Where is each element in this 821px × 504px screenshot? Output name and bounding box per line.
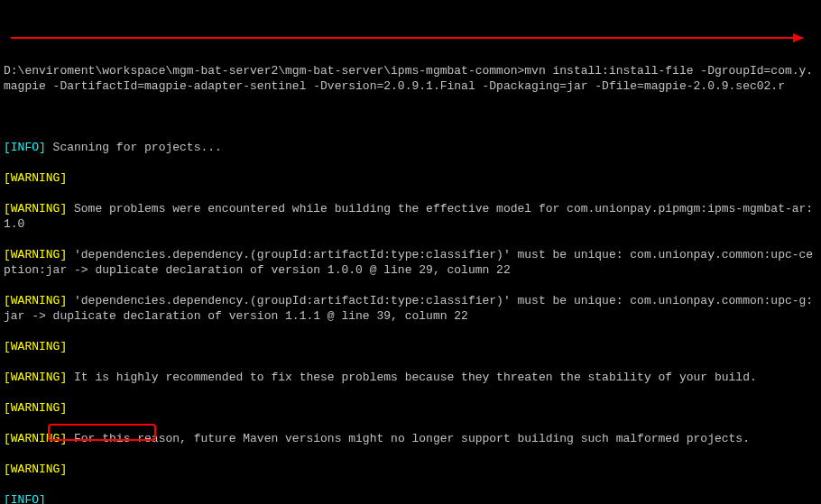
warn-tag: [WARNING]: [4, 202, 67, 215]
log-line: [WARNING]: [4, 400, 817, 416]
warn-tag: [WARNING]: [4, 294, 67, 307]
log-text: 'dependencies.dependency.(groupId:artifa…: [4, 294, 813, 323]
prompt: D:\enviroment\workspace\mgm-bat-server2\…: [4, 64, 524, 78]
log-line: [WARNING]: [4, 170, 817, 186]
log-line: [INFO]: [4, 492, 817, 504]
info-tag: [INFO]: [4, 141, 46, 154]
warn-tag: [WARNING]: [4, 371, 67, 384]
log-line: [WARNING] It is highly recommended to fi…: [4, 370, 817, 385]
log-line: [WARNING]: [4, 462, 817, 477]
info-tag: [INFO]: [4, 493, 46, 504]
log-text: Some problems were encountered while bui…: [4, 202, 813, 231]
log-text: Scanning for projects...: [46, 141, 222, 154]
log-text: 'dependencies.dependency.(groupId:artifa…: [4, 248, 813, 277]
log-line: [WARNING] Some problems were encountered…: [4, 201, 817, 232]
log-text: It is highly recommended to fix these pr…: [67, 371, 757, 384]
log-line: [WARNING]: [4, 339, 817, 354]
log-line: [WARNING] 'dependencies.dependency.(grou…: [4, 247, 817, 278]
log-line: [WARNING] For this reason, future Maven …: [4, 431, 817, 446]
log-line: [INFO] Scanning for projects...: [4, 140, 817, 155]
annotation-arrow: [11, 37, 803, 39]
warn-tag: [WARNING]: [4, 463, 67, 476]
warn-tag: [WARNING]: [4, 432, 67, 445]
warn-tag: [WARNING]: [4, 171, 67, 185]
command-line[interactable]: D:\enviroment\workspace\mgm-bat-server2\…: [4, 63, 817, 94]
log-line: [WARNING] 'dependencies.dependency.(grou…: [4, 293, 817, 324]
warn-tag: [WARNING]: [4, 248, 67, 261]
warn-tag: [WARNING]: [4, 340, 67, 353]
log-text: For this reason, future Maven versions m…: [67, 432, 750, 445]
warn-tag: [WARNING]: [4, 401, 67, 415]
